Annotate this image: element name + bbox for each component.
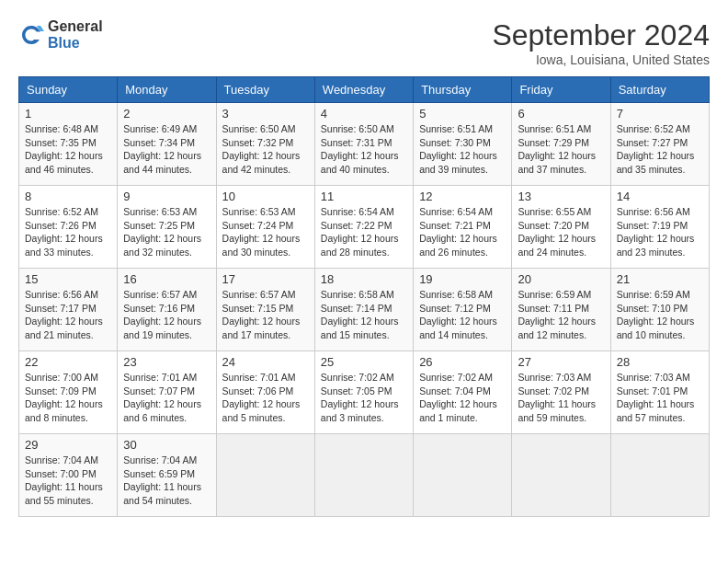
- day-of-week-header: Friday: [512, 77, 610, 103]
- day-info: Sunrise: 6:55 AM Sunset: 7:20 PM Dayligh…: [518, 205, 604, 259]
- day-number: 19: [419, 272, 506, 286]
- calendar-header-row: SundayMondayTuesdayWednesdayThursdayFrid…: [19, 77, 710, 103]
- calendar-day-cell: 2Sunrise: 6:49 AM Sunset: 7:34 PM Daylig…: [118, 103, 216, 186]
- day-info: Sunrise: 6:57 AM Sunset: 7:15 PM Dayligh…: [222, 288, 309, 342]
- day-info: Sunrise: 7:04 AM Sunset: 7:00 PM Dayligh…: [25, 454, 111, 508]
- day-number: 23: [123, 355, 210, 369]
- day-info: Sunrise: 6:54 AM Sunset: 7:22 PM Dayligh…: [321, 205, 407, 259]
- day-of-week-header: Tuesday: [216, 77, 314, 103]
- day-info: Sunrise: 7:01 AM Sunset: 7:06 PM Dayligh…: [222, 371, 309, 425]
- calendar-day-cell: 23Sunrise: 7:01 AM Sunset: 7:07 PM Dayli…: [118, 351, 216, 434]
- calendar-day-cell: 19Sunrise: 6:58 AM Sunset: 7:12 PM Dayli…: [414, 269, 512, 351]
- day-info: Sunrise: 6:51 AM Sunset: 7:29 PM Dayligh…: [518, 122, 604, 177]
- calendar-day-cell: 29Sunrise: 7:04 AM Sunset: 7:00 PM Dayli…: [19, 434, 118, 517]
- day-of-week-header: Thursday: [414, 77, 512, 103]
- day-info: Sunrise: 6:57 AM Sunset: 7:16 PM Dayligh…: [123, 288, 210, 342]
- day-number: 11: [321, 190, 407, 203]
- day-number: 9: [123, 190, 210, 203]
- calendar-day-cell: [512, 434, 610, 517]
- calendar-day-cell: 7Sunrise: 6:52 AM Sunset: 7:27 PM Daylig…: [610, 103, 709, 186]
- calendar-day-cell: 22Sunrise: 7:00 AM Sunset: 7:09 PM Dayli…: [19, 351, 118, 434]
- calendar-day-cell: 10Sunrise: 6:53 AM Sunset: 7:24 PM Dayli…: [216, 186, 314, 269]
- day-info: Sunrise: 6:50 AM Sunset: 7:32 PM Dayligh…: [222, 122, 309, 177]
- calendar-day-cell: 27Sunrise: 7:03 AM Sunset: 7:02 PM Dayli…: [512, 351, 610, 434]
- day-number: 4: [321, 107, 407, 121]
- calendar-subtitle: Iowa, Louisiana, United States: [492, 52, 710, 67]
- day-info: Sunrise: 6:52 AM Sunset: 7:27 PM Dayligh…: [617, 122, 703, 177]
- logo-text: General Blue: [48, 18, 103, 51]
- day-number: 28: [617, 355, 703, 369]
- day-number: 24: [222, 355, 309, 369]
- day-number: 22: [25, 355, 111, 369]
- day-number: 16: [123, 272, 210, 286]
- calendar-day-cell: 14Sunrise: 6:56 AM Sunset: 7:19 PM Dayli…: [610, 186, 709, 269]
- calendar-day-cell: [314, 434, 413, 517]
- page-header: General Blue September 2024 Iowa, Louisi…: [18, 18, 710, 67]
- day-info: Sunrise: 6:53 AM Sunset: 7:24 PM Dayligh…: [222, 205, 309, 259]
- calendar-day-cell: 16Sunrise: 6:57 AM Sunset: 7:16 PM Dayli…: [118, 269, 216, 351]
- calendar-day-cell: 1Sunrise: 6:48 AM Sunset: 7:35 PM Daylig…: [19, 103, 118, 186]
- day-of-week-header: Sunday: [19, 77, 118, 103]
- calendar-week-row: 1Sunrise: 6:48 AM Sunset: 7:35 PM Daylig…: [19, 103, 710, 186]
- day-info: Sunrise: 6:53 AM Sunset: 7:25 PM Dayligh…: [123, 205, 210, 259]
- day-number: 8: [25, 190, 111, 203]
- day-number: 25: [321, 355, 407, 369]
- day-number: 18: [321, 272, 407, 286]
- calendar-week-row: 8Sunrise: 6:52 AM Sunset: 7:26 PM Daylig…: [19, 186, 710, 269]
- day-number: 2: [123, 107, 210, 121]
- calendar-table: SundayMondayTuesdayWednesdayThursdayFrid…: [18, 76, 710, 517]
- day-info: Sunrise: 7:02 AM Sunset: 7:05 PM Dayligh…: [321, 371, 407, 425]
- day-number: 20: [518, 272, 604, 286]
- calendar-day-cell: 26Sunrise: 7:02 AM Sunset: 7:04 PM Dayli…: [414, 351, 512, 434]
- day-of-week-header: Monday: [118, 77, 216, 103]
- calendar-day-cell: 6Sunrise: 6:51 AM Sunset: 7:29 PM Daylig…: [512, 103, 610, 186]
- day-info: Sunrise: 6:59 AM Sunset: 7:11 PM Dayligh…: [518, 288, 604, 342]
- calendar-week-row: 15Sunrise: 6:56 AM Sunset: 7:17 PM Dayli…: [19, 269, 710, 351]
- day-number: 27: [518, 355, 604, 369]
- day-number: 1: [25, 107, 111, 121]
- calendar-day-cell: [216, 434, 314, 517]
- day-info: Sunrise: 7:01 AM Sunset: 7:07 PM Dayligh…: [123, 371, 210, 425]
- calendar-day-cell: 8Sunrise: 6:52 AM Sunset: 7:26 PM Daylig…: [19, 186, 118, 269]
- day-number: 21: [617, 272, 703, 286]
- day-info: Sunrise: 6:48 AM Sunset: 7:35 PM Dayligh…: [25, 122, 111, 177]
- day-info: Sunrise: 6:59 AM Sunset: 7:10 PM Dayligh…: [617, 288, 703, 342]
- calendar-day-cell: 3Sunrise: 6:50 AM Sunset: 7:32 PM Daylig…: [216, 103, 314, 186]
- calendar-day-cell: 15Sunrise: 6:56 AM Sunset: 7:17 PM Dayli…: [19, 269, 118, 351]
- day-info: Sunrise: 6:50 AM Sunset: 7:31 PM Dayligh…: [321, 122, 407, 177]
- calendar-day-cell: 21Sunrise: 6:59 AM Sunset: 7:10 PM Dayli…: [610, 269, 709, 351]
- day-info: Sunrise: 6:58 AM Sunset: 7:12 PM Dayligh…: [419, 288, 506, 342]
- calendar-title: September 2024: [492, 18, 710, 52]
- calendar-day-cell: 18Sunrise: 6:58 AM Sunset: 7:14 PM Dayli…: [314, 269, 413, 351]
- day-info: Sunrise: 6:49 AM Sunset: 7:34 PM Dayligh…: [123, 122, 210, 177]
- day-number: 17: [222, 272, 309, 286]
- calendar-day-cell: 4Sunrise: 6:50 AM Sunset: 7:31 PM Daylig…: [314, 103, 413, 186]
- day-number: 30: [123, 438, 210, 452]
- day-info: Sunrise: 6:54 AM Sunset: 7:21 PM Dayligh…: [419, 205, 506, 259]
- day-number: 15: [25, 272, 111, 286]
- day-info: Sunrise: 7:04 AM Sunset: 6:59 PM Dayligh…: [123, 454, 210, 508]
- day-info: Sunrise: 7:00 AM Sunset: 7:09 PM Dayligh…: [25, 371, 111, 425]
- day-of-week-header: Saturday: [610, 77, 709, 103]
- calendar-day-cell: 17Sunrise: 6:57 AM Sunset: 7:15 PM Dayli…: [216, 269, 314, 351]
- calendar-day-cell: 24Sunrise: 7:01 AM Sunset: 7:06 PM Dayli…: [216, 351, 314, 434]
- day-info: Sunrise: 6:52 AM Sunset: 7:26 PM Dayligh…: [25, 205, 111, 259]
- title-section: September 2024 Iowa, Louisiana, United S…: [492, 18, 710, 67]
- day-number: 6: [518, 107, 604, 121]
- day-number: 12: [419, 190, 506, 203]
- day-info: Sunrise: 7:03 AM Sunset: 7:02 PM Dayligh…: [518, 371, 604, 425]
- day-info: Sunrise: 7:03 AM Sunset: 7:01 PM Dayligh…: [617, 371, 703, 425]
- day-number: 10: [222, 190, 309, 203]
- calendar-day-cell: 25Sunrise: 7:02 AM Sunset: 7:05 PM Dayli…: [314, 351, 413, 434]
- calendar-day-cell: 11Sunrise: 6:54 AM Sunset: 7:22 PM Dayli…: [314, 186, 413, 269]
- calendar-day-cell: [414, 434, 512, 517]
- day-info: Sunrise: 6:56 AM Sunset: 7:17 PM Dayligh…: [25, 288, 111, 342]
- day-number: 14: [617, 190, 703, 203]
- day-info: Sunrise: 6:51 AM Sunset: 7:30 PM Dayligh…: [419, 122, 506, 177]
- day-info: Sunrise: 7:02 AM Sunset: 7:04 PM Dayligh…: [419, 371, 506, 425]
- day-number: 13: [518, 190, 604, 203]
- logo-icon: [18, 22, 44, 48]
- day-number: 26: [419, 355, 506, 369]
- day-info: Sunrise: 6:56 AM Sunset: 7:19 PM Dayligh…: [617, 205, 703, 259]
- day-number: 5: [419, 107, 506, 121]
